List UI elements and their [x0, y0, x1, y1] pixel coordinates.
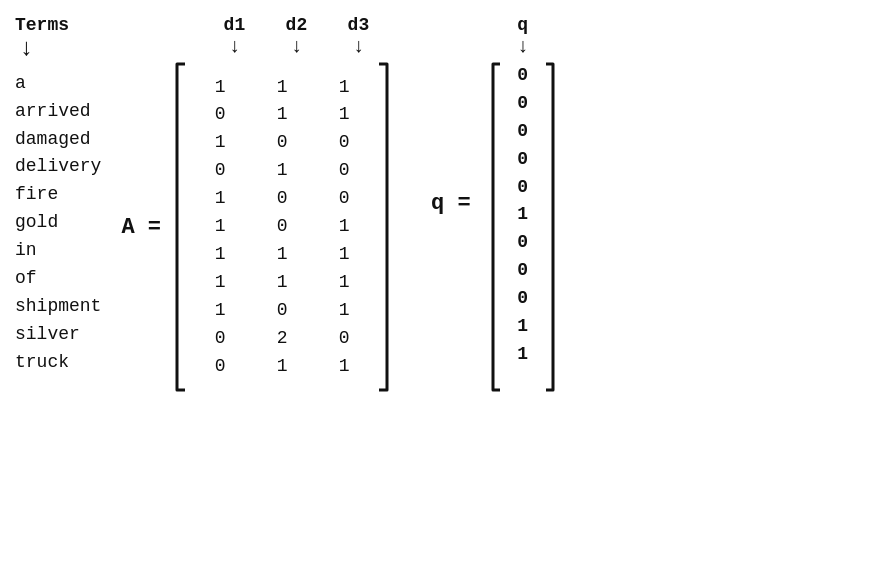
term-item: shipment	[15, 293, 101, 321]
q-col-values: 00000100011	[503, 62, 543, 392]
d2-arrow: ↓	[290, 35, 302, 58]
d3-label: d3	[348, 15, 370, 35]
d1-label: d1	[224, 15, 246, 35]
term-item: arrived	[15, 98, 101, 126]
matrix-cell: 1	[339, 101, 350, 129]
matrix-cell: 1	[339, 297, 350, 325]
left-bracket	[171, 62, 189, 392]
terms-label: Terms	[15, 15, 69, 35]
matrix-cell: 1	[339, 74, 350, 102]
right-bracket	[375, 62, 393, 392]
d2-header: d2 ↓	[265, 15, 327, 58]
matrix-cell: 0	[215, 101, 226, 129]
q-cell: 0	[517, 257, 528, 285]
term-item: of	[15, 265, 101, 293]
q-right-bracket	[543, 62, 557, 392]
matrix-cell: 0	[277, 213, 288, 241]
matrix-cell: 0	[277, 185, 288, 213]
matrix-row: A = 101011111001101001102111000111101	[121, 62, 393, 392]
matrix-cell: 0	[277, 297, 288, 325]
q-block: q = q ↓ 00000100011	[413, 15, 557, 392]
matrix-cell: 1	[215, 213, 226, 241]
q-vector-header: q ↓	[517, 15, 529, 58]
d3-arrow: ↓	[352, 35, 364, 58]
matrix-cell: 0	[339, 157, 350, 185]
matrix-cell: 1	[277, 74, 288, 102]
q-cell: 0	[517, 146, 528, 174]
terms-column: Terms ↓ aarriveddamageddeliveryfiregoldi…	[15, 15, 101, 377]
matrix-cell: 1	[215, 185, 226, 213]
matrix-cell: 1	[339, 269, 350, 297]
a-equals-label: A =	[121, 215, 161, 240]
matrix-cell: 1	[339, 241, 350, 269]
q-col-arrow: ↓	[517, 35, 529, 58]
matrix-cell: 1	[215, 269, 226, 297]
matrix-cell: 0	[339, 185, 350, 213]
center-block: d1 ↓ d2 ↓ d3 ↓ A = 101011111001101001102…	[121, 15, 393, 392]
matrix-cell: 1	[215, 241, 226, 269]
terms-arrow: ↓	[19, 35, 33, 64]
matrix-cell: 1	[215, 74, 226, 102]
term-item: a	[15, 70, 101, 98]
matrix-cell: 1	[277, 241, 288, 269]
d2-label: d2	[286, 15, 308, 35]
term-list: aarriveddamageddeliveryfiregoldinofshipm…	[15, 70, 101, 377]
matrix-cell: 1	[339, 213, 350, 241]
term-item: damaged	[15, 126, 101, 154]
matrix-cell: 1	[339, 353, 350, 381]
term-item: gold	[15, 209, 101, 237]
col-headers: d1 ↓ d2 ↓ d3 ↓	[203, 15, 389, 58]
matrix-body: 101011111001101001102111000111101	[189, 74, 375, 381]
d1-arrow: ↓	[228, 35, 240, 58]
matrix-col-0: 10101111100	[189, 74, 251, 381]
main-layout: Terms ↓ aarriveddamageddeliveryfiregoldi…	[15, 15, 557, 392]
q-left-bracket	[489, 62, 503, 392]
q-cell: 0	[517, 118, 528, 146]
q-cell: 1	[517, 201, 528, 229]
q-cell: 0	[517, 174, 528, 202]
q-cell: 0	[517, 285, 528, 313]
matrix-col-1: 11010011021	[251, 74, 313, 381]
q-cell: 1	[517, 313, 528, 341]
matrix-cell: 0	[339, 325, 350, 353]
q-vector-body: 00000100011	[489, 62, 557, 392]
matrix-cell: 1	[277, 353, 288, 381]
matrix-cell: 0	[339, 129, 350, 157]
matrix-cell: 2	[277, 325, 288, 353]
d1-header: d1 ↓	[203, 15, 265, 58]
matrix-col-2: 11000111101	[313, 74, 375, 381]
term-item: delivery	[15, 153, 101, 181]
matrix-cell: 1	[277, 101, 288, 129]
term-item: fire	[15, 181, 101, 209]
q-cell: 1	[517, 341, 528, 369]
matrix-cell: 1	[277, 157, 288, 185]
matrix-cell: 0	[215, 325, 226, 353]
term-item: truck	[15, 349, 101, 377]
matrix-cell: 1	[215, 129, 226, 157]
matrix-cell: 1	[215, 297, 226, 325]
q-cell: 0	[517, 90, 528, 118]
q-vector-wrapper: q ↓ 00000100011	[489, 15, 557, 392]
q-cell: 0	[517, 62, 528, 90]
term-item: silver	[15, 321, 101, 349]
q-equals-label: q =	[431, 191, 471, 216]
q-col-label: q	[517, 15, 528, 35]
d3-header: d3 ↓	[327, 15, 389, 58]
matrix-cell: 0	[215, 157, 226, 185]
matrix-cell: 0	[215, 353, 226, 381]
matrix-cell: 1	[277, 269, 288, 297]
q-cell: 0	[517, 229, 528, 257]
term-item: in	[15, 237, 101, 265]
matrix-cell: 0	[277, 129, 288, 157]
